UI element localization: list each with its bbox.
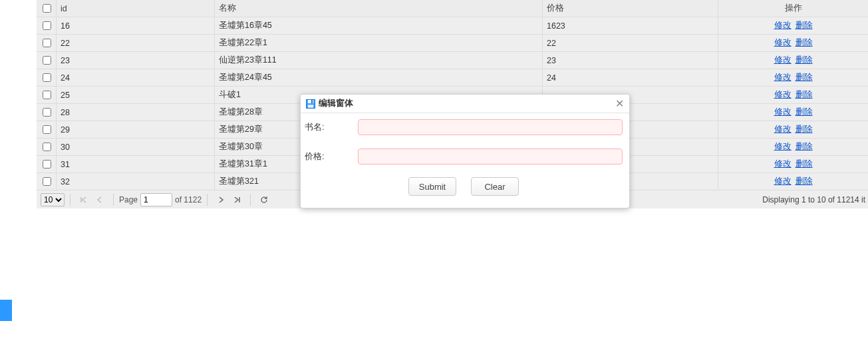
prev-page-icon[interactable] [94, 194, 105, 205]
form-row-name: 书名: [305, 119, 623, 136]
close-icon[interactable]: ✕ [615, 99, 624, 109]
left-accent-bar [0, 300, 12, 321]
cell-ops: 修改 删除 [718, 156, 868, 172]
delete-link[interactable]: 删除 [796, 107, 813, 118]
cell-id: 22 [57, 35, 215, 51]
dialog-title: 编辑窗体 [319, 98, 353, 109]
cell-ops: 修改 删除 [718, 69, 868, 86]
edit-link[interactable]: 修改 [774, 72, 792, 83]
label-price: 价格: [305, 151, 358, 163]
row-checkbox[interactable] [43, 73, 51, 82]
svg-rect-3 [308, 105, 314, 108]
edit-link[interactable]: 修改 [774, 176, 792, 187]
delete-link[interactable]: 删除 [796, 72, 813, 83]
cell-price: 24 [543, 69, 718, 86]
edit-link[interactable]: 修改 [774, 37, 792, 49]
edit-dialog: 编辑窗体 ✕ 书名: 价格: Submit Clear [300, 94, 630, 208]
cell-id: 32 [57, 173, 215, 190]
cell-name: 仙逆第23章111 [215, 52, 543, 69]
cell-id: 30 [57, 139, 215, 155]
edit-link[interactable]: 修改 [774, 107, 792, 118]
table-row[interactable]: 23 仙逆第23章111 23 修改 删除 [37, 52, 868, 69]
delete-link[interactable]: 删除 [796, 89, 813, 101]
form-row-price: 价格: [305, 148, 623, 165]
cell-id: 23 [57, 52, 215, 69]
edit-link[interactable]: 修改 [774, 141, 792, 153]
cell-price: 1623 [543, 17, 718, 34]
cell-id: 16 [57, 17, 215, 34]
cell-ops: 修改 删除 [718, 35, 868, 51]
input-price[interactable] [358, 149, 623, 165]
edit-link[interactable]: 修改 [774, 20, 792, 31]
cell-id: 31 [57, 156, 215, 172]
delete-link[interactable]: 删除 [796, 55, 813, 66]
next-page-icon[interactable] [216, 194, 226, 205]
header-ops[interactable]: 操作 [718, 0, 868, 17]
refresh-icon[interactable] [259, 194, 269, 205]
header-id[interactable]: id [57, 0, 215, 17]
pager-separator [207, 194, 208, 206]
cell-ops: 修改 删除 [718, 121, 868, 138]
delete-link[interactable]: 删除 [796, 124, 813, 135]
table-row[interactable]: 22 圣墟第22章1 22 修改 删除 [37, 35, 868, 52]
cell-ops: 修改 删除 [718, 139, 868, 155]
dialog-buttons: Submit Clear [305, 177, 623, 196]
page-number-input[interactable] [140, 193, 172, 206]
pager-separator [250, 194, 251, 206]
page-of-label: of 1122 [175, 195, 202, 204]
row-checkbox[interactable] [43, 125, 51, 134]
cell-ops: 修改 删除 [718, 17, 868, 34]
cell-price: 22 [543, 35, 718, 51]
page-size-select[interactable]: 10 [41, 193, 65, 206]
cell-ops: 修改 删除 [718, 104, 868, 121]
edit-link[interactable]: 修改 [774, 159, 792, 170]
delete-link[interactable]: 删除 [796, 159, 813, 170]
row-checkbox[interactable] [43, 177, 51, 186]
display-info: Displaying 1 to 10 of 11214 it [762, 195, 865, 204]
cell-name: 圣墟第24章45 [215, 69, 543, 86]
cell-ops: 修改 删除 [718, 52, 868, 69]
label-book-name: 书名: [305, 122, 358, 133]
cell-ops: 修改 删除 [718, 173, 868, 190]
row-checkbox[interactable] [43, 21, 51, 30]
submit-button[interactable]: Submit [408, 177, 456, 196]
edit-link[interactable]: 修改 [774, 89, 792, 101]
grid-header-row: id 名称 价格 操作 [37, 0, 868, 17]
clear-button[interactable]: Clear [471, 177, 519, 196]
save-icon [306, 99, 315, 109]
first-page-icon[interactable] [78, 194, 89, 205]
cell-id: 24 [57, 69, 215, 86]
header-price[interactable]: 价格 [543, 0, 718, 17]
cell-name: 圣墟第16章45 [215, 17, 543, 34]
last-page-icon[interactable] [231, 194, 242, 205]
row-checkbox[interactable] [43, 108, 51, 117]
delete-link[interactable]: 删除 [796, 176, 813, 187]
delete-link[interactable]: 删除 [796, 141, 813, 153]
cell-id: 29 [57, 121, 215, 138]
edit-link[interactable]: 修改 [774, 124, 792, 135]
cell-id: 25 [57, 87, 215, 103]
header-name[interactable]: 名称 [215, 0, 543, 17]
row-checkbox[interactable] [43, 39, 51, 47]
table-row[interactable]: 24 圣墟第24章45 24 修改 删除 [37, 69, 868, 87]
table-row[interactable]: 16 圣墟第16章45 1623 修改 删除 [37, 17, 868, 35]
delete-link[interactable]: 删除 [796, 20, 813, 31]
select-all-checkbox[interactable] [43, 4, 51, 13]
header-checkbox-cell [37, 0, 57, 17]
input-book-name[interactable] [358, 119, 623, 135]
dialog-header[interactable]: 编辑窗体 ✕ [301, 95, 629, 113]
edit-link[interactable]: 修改 [774, 55, 792, 66]
row-checkbox[interactable] [43, 143, 51, 151]
dialog-body: 书名: 价格: Submit Clear [301, 113, 629, 208]
svg-rect-2 [311, 100, 313, 103]
cell-price: 23 [543, 52, 718, 69]
cell-name: 圣墟第22章1 [215, 35, 543, 51]
delete-link[interactable]: 删除 [796, 37, 813, 49]
row-checkbox[interactable] [43, 56, 51, 65]
row-checkbox[interactable] [43, 91, 51, 99]
pager-separator [113, 194, 114, 206]
cell-id: 28 [57, 104, 215, 121]
pager-separator [70, 194, 71, 206]
page-label: Page [119, 195, 138, 204]
row-checkbox[interactable] [43, 160, 51, 169]
